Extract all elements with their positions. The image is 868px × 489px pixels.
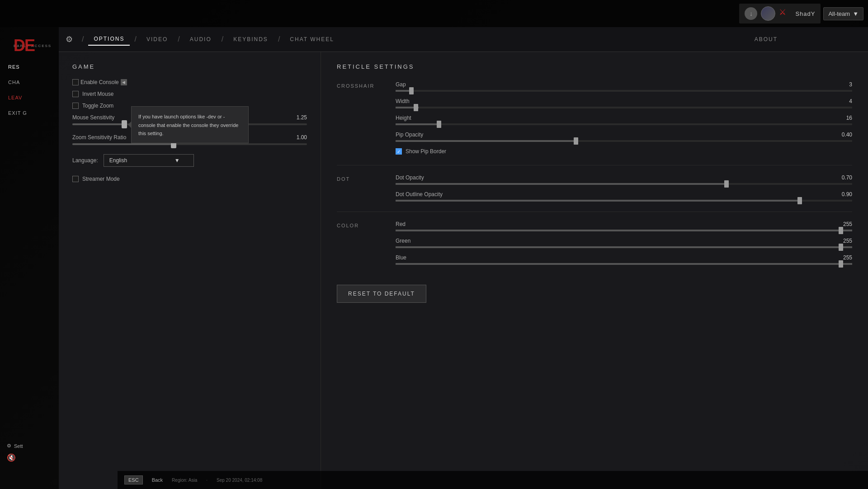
sidebar-item-exit[interactable]: Exit G	[5, 108, 54, 118]
all-team-dropdown[interactable]: All-team ▼	[823, 7, 863, 20]
blue-track[interactable]	[396, 263, 852, 265]
sidebar-item-leave[interactable]: Leav	[5, 92, 54, 103]
crosshair-sliders: Gap 3 Width 4	[396, 81, 852, 161]
blue-slider-row: Blue 255	[396, 254, 852, 265]
blue-value: 255	[843, 254, 852, 261]
mouse-sensitivity-label: Mouse Sensitivity	[72, 114, 114, 121]
invert-mouse-row: Invert Mouse	[72, 91, 307, 97]
pip-opacity-label: Pip Opacity	[396, 132, 423, 138]
gap-value: 3	[849, 81, 852, 88]
separator-1: /	[82, 35, 84, 43]
dot-opacity-track[interactable]	[396, 183, 852, 185]
separator-4: /	[222, 35, 223, 43]
invert-mouse-checkbox[interactable]	[72, 91, 79, 97]
dot-opacity-label: Dot Opacity	[396, 174, 424, 181]
width-track[interactable]	[396, 107, 852, 108]
zoom-sensitivity-label: Zoom Sensitivity Ratio	[72, 134, 126, 141]
dot-opacity-slider-row: Dot Opacity 0.70	[396, 174, 852, 185]
datetime-info: Sep 20 2024, 02:14:08	[217, 478, 262, 483]
tooltip-box: If you have launch options like -dev or …	[131, 106, 249, 143]
reticle-section-title: RETICLE SETTINGS	[337, 63, 852, 70]
nav-tabs: ⚙ / OPTIONS / VIDEO / AUDIO / KEYBINDS /…	[59, 27, 868, 52]
pip-opacity-slider-row: Pip Opacity 0.40	[396, 132, 852, 142]
color-label: COLOR	[337, 223, 382, 228]
dot-outline-opacity-slider-row: Dot Outline Opacity 0.90	[396, 191, 852, 202]
dot-outline-opacity-track[interactable]	[396, 200, 852, 202]
game-section: GAME Enable Console ◀ If you have launch…	[59, 52, 321, 489]
username: ShadY	[795, 10, 815, 17]
gap-track[interactable]	[396, 90, 852, 92]
tooltip-arrow	[128, 121, 132, 128]
color-subsection: COLOR Red 255	[337, 221, 852, 271]
user-profile: ↓ ⚔ ShadY	[739, 4, 821, 24]
pip-opacity-track[interactable]	[396, 140, 852, 142]
language-select[interactable]: English ▼	[104, 154, 194, 167]
show-pip-border-row: Show Pip Border	[396, 148, 852, 155]
streamer-mode-checkbox[interactable]	[72, 176, 79, 182]
separator-2: /	[134, 35, 136, 43]
show-pip-border-checkbox[interactable]	[396, 148, 402, 155]
invert-mouse-label: Invert Mouse	[82, 91, 113, 97]
dot-outline-opacity-value: 0.90	[842, 191, 852, 197]
zoom-sensitivity-fill	[72, 143, 173, 145]
width-value: 4	[849, 98, 852, 104]
content-area: GAME Enable Console ◀ If you have launch…	[59, 52, 868, 489]
language-row: Language: English ▼	[72, 154, 307, 167]
tooltip-text: If you have launch options like -dev or …	[138, 114, 238, 136]
left-sidebar: DE EARLY ACCESS Res Cha Leav Exit G ⚙ Se…	[0, 27, 59, 489]
red-slider-row: Red 255	[396, 221, 852, 231]
tab-options[interactable]: OPTIONS	[88, 33, 130, 46]
width-label: Width	[396, 98, 410, 104]
region-info: Region: Asia	[172, 478, 197, 483]
about-tab[interactable]: ABOUT	[755, 36, 778, 42]
zoom-sensitivity-value: 1.00	[297, 134, 307, 141]
crosshair-subsection: CROSSHAIR Gap 3	[337, 81, 852, 161]
crosshair-label: CROSSHAIR	[337, 83, 382, 89]
dot-outline-opacity-label: Dot Outline Opacity	[396, 191, 443, 197]
dot-subsection: DOT Dot Opacity 0.70	[337, 174, 852, 208]
separator-3: /	[178, 35, 179, 43]
zoom-sensitivity-track[interactable]	[72, 143, 307, 145]
tab-video[interactable]: VIDEO	[141, 33, 173, 45]
enable-console-checkbox[interactable]	[72, 79, 79, 85]
color-sliders: Red 255 Green 255	[396, 221, 852, 271]
streamer-mode-label: Streamer Mode	[82, 176, 120, 182]
tab-audio[interactable]: AUDIO	[184, 33, 217, 45]
all-team-label: All-team	[828, 10, 850, 17]
esc-button[interactable]: ESC	[124, 475, 143, 484]
reset-to-default-button[interactable]: RESET TO DEFAULT	[337, 285, 426, 303]
dot-sliders: Dot Opacity 0.70 Dot Outline Opacity 0.9…	[396, 174, 852, 208]
divider-1	[337, 165, 852, 165]
sidebar-settings[interactable]: ⚙ Sett	[7, 443, 52, 449]
height-track[interactable]	[396, 123, 852, 125]
mouse-sensitivity-thumb	[122, 120, 127, 128]
gap-label: Gap	[396, 81, 406, 88]
red-value: 255	[843, 221, 852, 227]
red-label: Red	[396, 221, 406, 227]
height-slider-row: Height 16	[396, 115, 852, 125]
reticle-section: RETICLE SETTINGS CROSSHAIR Gap 3	[321, 52, 868, 489]
dot-opacity-value: 0.70	[842, 174, 852, 181]
height-value: 16	[846, 115, 852, 121]
back-label[interactable]: Back	[152, 477, 163, 483]
height-label: Height	[396, 115, 411, 121]
green-track[interactable]	[396, 246, 852, 248]
dot-label: DOT	[337, 176, 382, 182]
toggle-zoom-checkbox[interactable]	[72, 103, 79, 109]
main-panel: ⚙ / OPTIONS / VIDEO / AUDIO / KEYBINDS /…	[59, 27, 868, 489]
tab-chat-wheel[interactable]: CHAT WHEEL	[284, 33, 340, 45]
sidebar-item-res[interactable]: Res	[5, 61, 54, 72]
sound-icon[interactable]: 🔇	[7, 453, 52, 462]
green-value: 255	[843, 238, 852, 244]
avatar	[761, 6, 775, 21]
red-track[interactable]	[396, 230, 852, 231]
sidebar-item-cha[interactable]: Cha	[5, 77, 54, 88]
gear-icon: ⚙	[7, 443, 11, 449]
download-icon[interactable]: ↓	[745, 7, 757, 20]
show-pip-border-label: Show Pip Border	[406, 148, 446, 155]
enable-console-row: Enable Console ◀	[72, 79, 307, 85]
enable-console-info-btn[interactable]: ◀	[121, 79, 127, 85]
tab-keybinds[interactable]: KEYBINDS	[228, 33, 274, 45]
language-label: Language:	[72, 157, 98, 164]
settings-gear-icon[interactable]: ⚙	[66, 34, 73, 44]
